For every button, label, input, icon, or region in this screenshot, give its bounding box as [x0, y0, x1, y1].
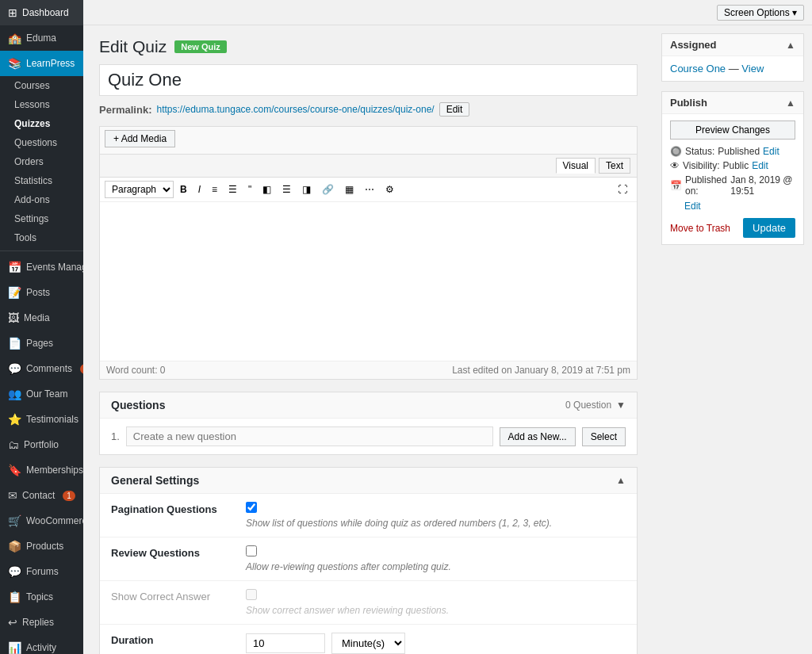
add-media-button[interactable]: + Add Media: [105, 130, 175, 147]
topics-icon: 📋: [8, 591, 21, 603]
sidebar-sub-statistics[interactable]: Statistics: [0, 171, 83, 190]
assigned-collapse-arrow[interactable]: ▲: [786, 40, 795, 51]
publish-collapse-arrow[interactable]: ▲: [786, 98, 795, 109]
align-left-button[interactable]: ◧: [258, 182, 276, 197]
status-value: Published: [718, 146, 760, 157]
sidebar-item-products[interactable]: 📦 Products: [0, 534, 83, 559]
permalink-row: Permalink: https://eduma.tungace.com/cou…: [99, 102, 638, 117]
sidebar-item-learnpress[interactable]: 📚 LearnPress: [0, 51, 83, 76]
sidebar-item-portfolio[interactable]: 🗂 Portfolio: [0, 432, 83, 457]
sidebar-item-media[interactable]: 🖼 Media: [0, 305, 83, 331]
sidebar-item-woocommerce[interactable]: 🛒 WooCommerce: [0, 508, 83, 534]
content-area: Edit Quiz New Quiz Permalink: https://ed…: [83, 25, 812, 654]
sidebar-item-contact[interactable]: ✉ Contact 1: [0, 483, 83, 508]
published-on-row: 📅 Published on: Jan 8, 2019 @ 19:51: [670, 174, 795, 197]
italic-button[interactable]: I: [193, 182, 205, 197]
sidebar-sub-lessons[interactable]: Lessons: [0, 95, 83, 114]
sidebar-item-comments[interactable]: 💬 Comments 1: [0, 356, 83, 381]
assigned-title: Assigned: [670, 39, 717, 51]
testimonials-icon: ⭐: [8, 413, 21, 426]
ol-button[interactable]: ☰: [224, 182, 242, 197]
link-button[interactable]: 🔗: [317, 182, 339, 197]
sidebar-sub-courses[interactable]: Courses: [0, 76, 83, 95]
editor-tabs: Visual Text: [100, 155, 637, 178]
update-button[interactable]: Update: [743, 218, 795, 238]
align-right-button[interactable]: ◨: [297, 182, 316, 197]
page-title-row: Edit Quiz New Quiz: [99, 37, 638, 56]
move-to-trash-link[interactable]: Move to Trash: [670, 223, 730, 234]
review-row: Review Questions Allow re-viewing questi…: [100, 537, 637, 581]
format-select[interactable]: Paragraph: [105, 181, 174, 198]
duration-input[interactable]: [246, 633, 325, 653]
pagination-label: Pagination Questions: [111, 502, 246, 515]
view-link[interactable]: View: [741, 63, 764, 75]
visual-tab[interactable]: Visual: [556, 158, 596, 174]
fullscreen-button[interactable]: ⛶: [613, 182, 632, 197]
sidebar-item-eduma[interactable]: 🏫 Eduma: [0, 25, 83, 51]
sidebar-item-memberships[interactable]: 🔖 Memberships: [0, 457, 83, 483]
sub-label: Tools: [14, 232, 36, 243]
visibility-value: Public: [722, 160, 749, 171]
ul-button[interactable]: ≡: [207, 182, 222, 197]
sidebar-sub-quizzes[interactable]: Quizzes: [0, 114, 83, 133]
text-tab[interactable]: Text: [599, 158, 630, 174]
calendar-icon: 📅: [670, 180, 682, 191]
assigned-separator: —: [729, 63, 742, 75]
sidebar-sub-orders[interactable]: Orders: [0, 152, 83, 171]
bold-button[interactable]: B: [175, 182, 192, 197]
assigned-course: Course One — View: [670, 63, 795, 75]
eduma-icon: 🏫: [8, 32, 21, 44]
permalink-edit-button[interactable]: Edit: [439, 102, 470, 117]
questions-collapse-arrow[interactable]: ▼: [616, 400, 626, 411]
course-link[interactable]: Course One: [670, 63, 726, 75]
new-question-input[interactable]: [126, 426, 493, 446]
permalink-link[interactable]: https://eduma.tungace.com/courses/course…: [156, 104, 434, 115]
sidebar-item-testimonials[interactable]: ⭐ Testimonials: [0, 407, 83, 432]
our-team-icon: 👥: [8, 388, 21, 400]
sidebar-item-activity[interactable]: 📊 Activity: [0, 635, 83, 654]
sidebar-item-our-team[interactable]: 👥 Our Team: [0, 381, 83, 407]
more-button[interactable]: ⋯: [360, 182, 379, 197]
sidebar-sub-settings[interactable]: Settings: [0, 209, 83, 228]
add-as-new-button[interactable]: Add as New...: [500, 427, 576, 446]
question-row: 1. Add as New... Select: [100, 419, 637, 454]
sidebar-item-forums[interactable]: 💬 Forums: [0, 559, 83, 584]
select-button[interactable]: Select: [582, 427, 626, 446]
preview-changes-button[interactable]: Preview Changes: [670, 120, 795, 140]
sidebar-item-replies[interactable]: ↩ Replies: [0, 610, 83, 635]
quiz-title-input[interactable]: [99, 64, 638, 96]
sidebar-item-dashboard[interactable]: ⊞ Dashboard: [0, 0, 83, 25]
sidebar-sub-addons[interactable]: Add-ons: [0, 190, 83, 209]
status-label: Status:: [685, 146, 714, 157]
status-edit-link[interactable]: Edit: [763, 146, 779, 157]
quote-button[interactable]: ": [243, 182, 256, 197]
right-sidebar: Assigned ▲ Course One — View Publish ▲: [653, 25, 812, 654]
sidebar-item-events[interactable]: 📅 Events Manager: [0, 254, 83, 280]
duration-unit-select[interactable]: Minute(s): [331, 633, 405, 654]
sidebar-item-label: Comments: [26, 363, 72, 374]
settings-collapse-arrow[interactable]: ▲: [616, 475, 626, 486]
visibility-edit-link[interactable]: Edit: [752, 160, 768, 171]
replies-icon: ↩: [8, 616, 17, 629]
word-count: Word count: 0: [106, 365, 165, 376]
sidebar-sub-questions[interactable]: Questions: [0, 133, 83, 152]
correct-answer-checkbox: [246, 589, 257, 600]
editor-body[interactable]: [100, 202, 637, 361]
portfolio-icon: 🗂: [8, 438, 19, 451]
sidebar-item-pages[interactable]: 📄 Pages: [0, 331, 83, 356]
published-label: Published on:: [685, 174, 727, 197]
align-center-button[interactable]: ☰: [278, 182, 296, 197]
table-button[interactable]: ▦: [340, 182, 358, 197]
sidebar-sub-tools[interactable]: Tools: [0, 228, 83, 247]
question-number: 1.: [111, 430, 120, 442]
sidebar-item-posts[interactable]: 📝 Posts: [0, 280, 83, 305]
published-edit-link[interactable]: Edit: [684, 201, 701, 212]
publish-body: Preview Changes 🔘 Status: Published Edit…: [662, 114, 803, 244]
review-checkbox[interactable]: [246, 545, 257, 556]
screen-options-button[interactable]: Screen Options ▾: [717, 5, 804, 21]
settings-gear-button[interactable]: ⚙: [381, 182, 399, 197]
sidebar-item-label: WooCommerce: [26, 515, 83, 526]
pagination-checkbox[interactable]: [246, 502, 257, 513]
sidebar-item-topics[interactable]: 📋 Topics: [0, 584, 83, 610]
editor-card: + Add Media Visual Text Paragraph B: [99, 126, 638, 380]
